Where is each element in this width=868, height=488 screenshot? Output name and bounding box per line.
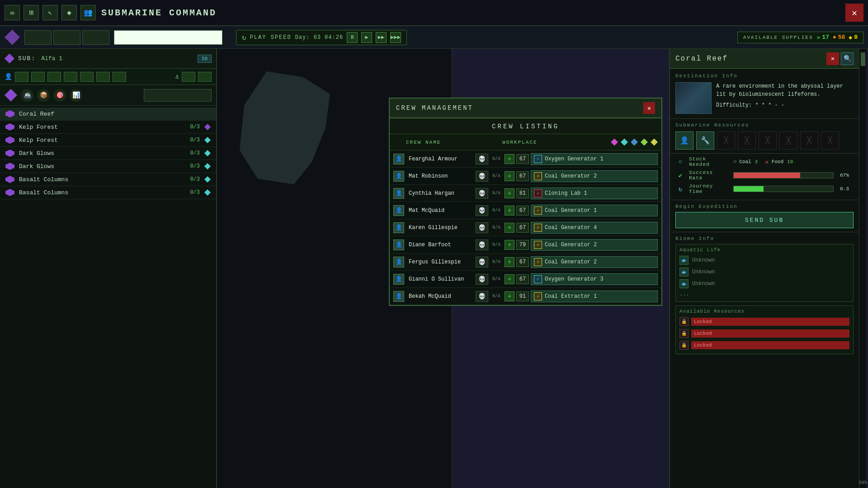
location-count: 0/3 bbox=[190, 124, 200, 130]
crew-person-icon[interactable]: 👤 bbox=[393, 274, 404, 285]
pause-button[interactable]: ⏸ bbox=[347, 32, 358, 43]
crew-na-label: N/A bbox=[490, 191, 503, 196]
nav-diamond-icon[interactable] bbox=[5, 30, 20, 45]
location-item-kelp-forest-2[interactable]: Kelp Forest 0/3 bbox=[0, 134, 216, 147]
journey-value: 0.3 bbox=[840, 186, 854, 192]
crew-person-icon[interactable]: 👤 bbox=[393, 257, 404, 267]
crew-workplace[interactable]: ⚡ Coal Generator 4 bbox=[531, 222, 658, 234]
submarine-icon[interactable]: 🚢 bbox=[21, 89, 33, 102]
search-bar[interactable] bbox=[114, 30, 222, 45]
plus-icon[interactable]: + bbox=[505, 274, 514, 284]
resource-slot-3[interactable]: ╳ bbox=[717, 131, 735, 150]
lock-icon-2: 🔒 bbox=[679, 329, 689, 338]
aquatic-item-2: 🐟 Unknown bbox=[679, 266, 849, 278]
aquatic-icon-1: 🐟 bbox=[679, 256, 689, 265]
location-item-basalt-2[interactable]: Basalt Columns 0/3 bbox=[0, 186, 216, 199]
plus-icon[interactable]: + bbox=[505, 240, 514, 250]
workplace-name: Coal Generator 2 bbox=[545, 173, 597, 179]
resource-slot-8[interactable]: ╳ bbox=[821, 131, 839, 150]
supply-orange: ● 58 bbox=[833, 34, 845, 41]
chart-icon[interactable]: 📊 bbox=[70, 89, 82, 102]
supply-yellow: ◆ 0 bbox=[849, 34, 858, 41]
stat-bar-5 bbox=[80, 72, 94, 82]
location-item-dark-glows-1[interactable]: Dark Glows 0/3 bbox=[0, 147, 216, 160]
fast-forward-button[interactable]: ▶▶ bbox=[376, 32, 387, 43]
crew-person-icon[interactable]: 👤 bbox=[393, 222, 404, 233]
title-bar: ✉ ⊞ ↖ ◆ 👥 SUBMARINE COMMAND ✕ bbox=[0, 0, 868, 26]
people-icon[interactable]: 👥 bbox=[80, 5, 96, 20]
crew-na-label: N/A bbox=[490, 225, 503, 230]
right-panel-scrollbar[interactable]: 50% bbox=[859, 49, 866, 488]
success-bar-fill bbox=[734, 173, 800, 178]
location-item-dark-glows-2[interactable]: Dark Glows 0/3 bbox=[0, 160, 216, 173]
crew-person-icon[interactable]: 👤 bbox=[393, 291, 404, 302]
crew-na-label: N/A bbox=[490, 259, 503, 264]
workplace-icon: ⚡ bbox=[534, 241, 542, 249]
plus-icon[interactable]: + bbox=[505, 188, 514, 198]
resource-slot-7[interactable]: ╳ bbox=[800, 131, 818, 150]
resource-slot-4[interactable]: ╳ bbox=[738, 131, 756, 150]
plus-icon[interactable]: + bbox=[505, 223, 514, 233]
play-speed-icon: ↻ bbox=[242, 33, 246, 42]
sub-id-box: ID bbox=[198, 55, 212, 63]
send-sub-button[interactable]: SEND SUB bbox=[675, 212, 854, 228]
nav-diamond-2-icon[interactable] bbox=[5, 89, 17, 102]
stat-bar-3 bbox=[47, 72, 61, 82]
fastest-button[interactable]: ▶▶▶ bbox=[390, 32, 401, 43]
nav-tab-2[interactable] bbox=[53, 30, 80, 45]
crew-workplace[interactable]: ⚡ Coal Extractor 1 bbox=[531, 291, 658, 302]
crew-workplace[interactable]: ⚡ Oxygen Generator 1 bbox=[531, 153, 658, 165]
skull-icon: 💀 bbox=[476, 154, 488, 164]
plus-icon[interactable]: + bbox=[505, 171, 514, 181]
crew-score: 79 bbox=[516, 240, 529, 250]
resource-slot-2[interactable]: 🔧 bbox=[696, 131, 714, 150]
location-item-basalt-1[interactable]: Basalt Columns 0/3 bbox=[0, 173, 216, 186]
skull-icon: 💀 bbox=[476, 274, 488, 285]
crew-workplace[interactable]: ⚡ Oxygen Generator 3 bbox=[531, 273, 658, 285]
search-icon[interactable]: 🔍 bbox=[841, 52, 854, 65]
location-item-kelp-forest-1[interactable]: Kelp Forest 0/3 bbox=[0, 121, 216, 134]
crew-person-icon[interactable]: 👤 bbox=[393, 171, 404, 182]
nav-tab-3[interactable] bbox=[82, 30, 109, 45]
play-button[interactable]: ▶ bbox=[361, 32, 372, 43]
nav-tab-1[interactable] bbox=[24, 30, 52, 45]
crew-workplace[interactable]: ⚡ Coal Generator 2 bbox=[531, 170, 658, 182]
plus-icon[interactable]: + bbox=[505, 257, 514, 267]
header-diamond-4-icon bbox=[641, 139, 648, 146]
crew-workplace[interactable]: ⚡ Coal Generator 2 bbox=[531, 239, 658, 251]
crew-person-icon[interactable]: 👤 bbox=[393, 154, 404, 164]
crew-workplace[interactable]: ⚡ Coal Generator 2 bbox=[531, 256, 658, 268]
resource-slot-1[interactable]: 👤 bbox=[675, 131, 693, 150]
bottom-nav-search[interactable] bbox=[144, 89, 212, 102]
crew-person-icon[interactable]: 👤 bbox=[393, 239, 404, 250]
diamond-icon[interactable]: ◆ bbox=[61, 5, 77, 20]
header-diamond-2-icon bbox=[621, 139, 628, 146]
crew-person-icon[interactable]: 👤 bbox=[393, 205, 404, 216]
target-icon[interactable]: 🎯 bbox=[53, 89, 66, 102]
resource-slot-6[interactable]: ╳ bbox=[779, 131, 797, 150]
crew-person-icon[interactable]: 👤 bbox=[393, 188, 404, 199]
modal-close-button[interactable]: ✕ bbox=[643, 102, 655, 114]
cube-icon[interactable]: 📦 bbox=[37, 89, 50, 102]
header-diamond-3-icon bbox=[631, 139, 638, 146]
dest-description: A rare environment in the abyssal layer … bbox=[716, 82, 854, 99]
right-panel-close-button[interactable]: ✕ bbox=[826, 52, 839, 65]
location-item-coral-reef[interactable]: Coral Reef bbox=[0, 108, 216, 121]
plus-icon[interactable]: + bbox=[505, 154, 514, 164]
plus-icon[interactable]: + bbox=[505, 291, 514, 301]
crew-workplace[interactable]: ✕ Cloning Lab 1 bbox=[531, 188, 658, 199]
crew-score: 67 bbox=[516, 171, 529, 181]
close-button[interactable]: ✕ bbox=[845, 4, 863, 22]
plus-icon[interactable]: + bbox=[505, 206, 514, 216]
workplace-name: Coal Generator 4 bbox=[545, 225, 597, 231]
crew-row: 👤 Fergus Gillespie 💀 N/A + 67 ⚡ Coal Gen… bbox=[390, 253, 661, 271]
mail-icon[interactable]: ✉ bbox=[5, 5, 20, 20]
skull-icon: 💀 bbox=[476, 239, 488, 250]
location-count: 0/3 bbox=[190, 163, 200, 169]
grid-icon[interactable]: ⊞ bbox=[24, 5, 39, 20]
cursor-icon[interactable]: ↖ bbox=[42, 5, 58, 20]
resource-slot-5[interactable]: ╳ bbox=[759, 131, 777, 150]
crew-member-name: Mat Robinson bbox=[406, 173, 474, 179]
play-speed-label: PLAY SPEED bbox=[250, 34, 292, 41]
crew-workplace[interactable]: ⚡ Coal Generator 1 bbox=[531, 205, 658, 216]
